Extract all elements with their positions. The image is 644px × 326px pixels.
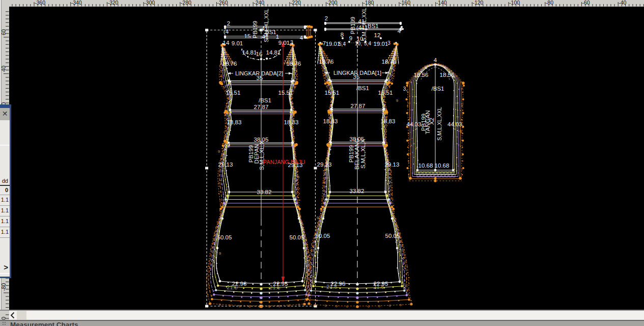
svg-text:18.56: 18.56 <box>440 72 455 78</box>
svg-text:18.76: 18.76 <box>222 61 237 67</box>
svg-text:S,M: S,M <box>319 47 323 54</box>
svg-text:-80: -80 <box>546 0 553 6</box>
svg-text:-240: -240 <box>254 0 264 6</box>
svg-text:18,83: 18,83 <box>284 119 299 125</box>
svg-text:1: 1 <box>276 34 279 40</box>
svg-text:18.76: 18.76 <box>382 59 397 65</box>
svg-text:6: 6 <box>297 175 300 179</box>
svg-text:29.13: 29.13 <box>218 161 233 168</box>
svg-text:-100: -100 <box>509 0 520 6</box>
svg-text:S,M: S,M <box>222 48 226 55</box>
svg-text:50.05: 50.05 <box>316 233 330 239</box>
svg-text:44.03: 44.03 <box>407 121 422 127</box>
svg-text:-220: -220 <box>290 0 301 6</box>
svg-text:5,4: 5,4 <box>364 41 371 46</box>
svg-text:4: 4 <box>434 57 437 63</box>
svg-text:-280: -280 <box>181 0 191 6</box>
svg-text:14.81: 14.81 <box>242 49 257 56</box>
svg-text:18.56: 18.56 <box>414 72 429 78</box>
svg-text:3: 3 <box>387 40 390 46</box>
svg-text:-180: -180 <box>363 0 374 6</box>
svg-text:40: 40 <box>1 66 7 72</box>
svg-text:12: 12 <box>374 32 381 38</box>
svg-text:/BS1: /BS1 <box>356 85 369 91</box>
svg-text:29.13: 29.13 <box>317 161 332 168</box>
svg-text:BELAKANG: BELAKANG <box>354 138 360 170</box>
svg-text:18.76: 18.76 <box>287 61 301 67</box>
svg-text:PB199: PB199 <box>350 17 356 35</box>
svg-text:-60: -60 <box>582 0 590 6</box>
svg-text:15.51: 15.51 <box>226 90 241 96</box>
svg-text:18,83: 18,83 <box>227 119 242 125</box>
svg-text:-140: -140 <box>436 0 447 6</box>
svg-text:50.05: 50.05 <box>290 234 304 240</box>
svg-text:15.51: 15.51 <box>325 90 340 96</box>
svg-text:LINGKAR DADA[2]: LINGKAR DADA[2] <box>235 70 283 76</box>
svg-text:S,M,L,XL,XXL: S,M,L,XL,XXL <box>436 107 442 141</box>
svg-text:-160: -160 <box>400 0 410 6</box>
svg-text:14.81: 14.81 <box>266 49 281 56</box>
svg-text:44.03,: 44.03, <box>447 121 464 127</box>
svg-text:9: 9 <box>317 215 319 220</box>
svg-text:-340: -340 <box>71 0 82 6</box>
svg-text:50.05: 50.05 <box>217 234 232 240</box>
svg-text:29.13: 29.13 <box>385 161 400 168</box>
svg-text:19.01: 19.01 <box>374 41 388 47</box>
svg-text:S,M,L,XL,X: S,M,L,XL,X <box>360 139 366 169</box>
svg-text:4: 4 <box>300 35 303 41</box>
svg-text:Measurement Charts: Measurement Charts <box>10 321 78 326</box>
svg-text:-40: -40 <box>619 0 626 6</box>
svg-text:-260: -260 <box>217 0 228 6</box>
svg-text:-300: -300 <box>144 0 155 6</box>
svg-text:15.51: 15.51 <box>378 90 393 96</box>
svg-text:PANJANG BAJU: PANJANG BAJU <box>263 159 305 165</box>
svg-text:50.05: 50.05 <box>385 233 400 239</box>
svg-text:22.96: 22.96 <box>331 281 346 287</box>
svg-text:60: 60 <box>1 29 7 35</box>
svg-text:16: 16 <box>256 51 263 57</box>
svg-text:/BS1: /BS1 <box>432 86 444 92</box>
svg-text:9: 9 <box>396 98 399 103</box>
svg-text:9: 9 <box>349 35 352 41</box>
svg-text:9.01: 9.01 <box>278 40 290 46</box>
svg-text:PB199: PB199 <box>252 21 258 39</box>
svg-text:18,83: 18,83 <box>323 118 338 124</box>
svg-text:S,M,L,XL,X: S,M,L,XL,X <box>259 141 265 170</box>
svg-text:14: 14 <box>223 40 230 46</box>
svg-text:-120: -120 <box>472 0 483 6</box>
svg-text:10,: 10, <box>355 41 362 46</box>
svg-text:2: 2 <box>227 20 230 26</box>
svg-text:S,M,L,XL,XXL: S,M,L,XL,XXL <box>263 9 269 42</box>
svg-text:22.95: 22.95 <box>374 281 388 287</box>
svg-text:-80: -80 <box>1 283 7 291</box>
svg-text:22.95: 22.95 <box>273 281 288 287</box>
svg-text:9.01: 9.01 <box>232 40 243 46</box>
svg-text:BS1: BS1 <box>368 23 379 29</box>
svg-text:3: 3 <box>290 40 293 45</box>
svg-text:15: 15 <box>244 33 251 39</box>
svg-text:5,4: 5,4 <box>339 41 346 47</box>
svg-text:18,83: 18,83 <box>381 118 396 124</box>
svg-text:33.82: 33.82 <box>350 188 365 194</box>
svg-text:10.68: 10.68 <box>435 162 450 169</box>
svg-text:-360: -360 <box>35 0 45 6</box>
svg-text:10.68: 10.68 <box>418 162 433 169</box>
svg-text:27.87: 27.87 <box>254 104 269 110</box>
svg-text:3,: 3, <box>403 86 407 92</box>
svg-text:6: 6 <box>460 129 462 133</box>
svg-text:(4: (4 <box>223 29 229 35</box>
svg-text:9: 9 <box>219 251 221 256</box>
svg-text:X2: X2 <box>429 118 435 125</box>
svg-text:9: 9 <box>218 149 220 154</box>
svg-text:22.96: 22.96 <box>232 281 247 287</box>
svg-text:15.51: 15.51 <box>278 90 293 96</box>
svg-text:4: 4 <box>398 28 401 34</box>
svg-text:-320: -320 <box>107 0 118 6</box>
svg-text:-200: -200 <box>327 0 338 6</box>
svg-text:27.87: 27.87 <box>351 103 366 109</box>
svg-text:18.76: 18.76 <box>319 59 334 65</box>
svg-text:/BS1: /BS1 <box>259 97 271 103</box>
svg-text:2: 2 <box>325 15 328 21</box>
svg-text:33.82: 33.82 <box>257 189 272 195</box>
svg-text:LINGKAR DADA[1]: LINGKAR DADA[1] <box>333 70 381 76</box>
